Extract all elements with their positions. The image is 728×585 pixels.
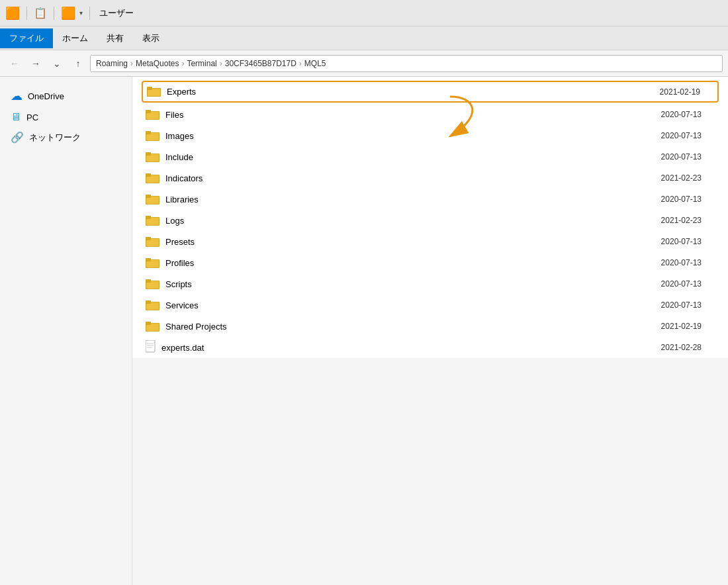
file-row-files[interactable]: Files 2020-07-13: [132, 104, 728, 125]
file-name-images: Images: [165, 131, 194, 141]
title-icon-clipboard: 📋: [34, 7, 47, 19]
nav-back-button[interactable]: ←: [5, 54, 24, 73]
file-row-images[interactable]: Images 2020-07-13: [132, 125, 728, 146]
title-icon-folder1: 🟧: [5, 6, 20, 21]
pc-icon: 🖥: [11, 111, 21, 123]
sidebar: ☁ OneDrive 🖥 PC 🔗 ネットワーク: [0, 77, 132, 585]
address-path[interactable]: Roaming › MetaQuotes › Terminal › 30CF34…: [90, 55, 723, 72]
path-segment-terminal: Terminal: [187, 59, 216, 68]
file-date-experts: 2021-02-19: [660, 87, 713, 97]
folder-icon-experts: [147, 85, 161, 99]
file-date-scripts: 2020-07-13: [661, 279, 715, 289]
sidebar-label-network: ネットワーク: [29, 132, 81, 144]
path-segment-roaming: Roaming: [96, 59, 128, 68]
file-name-experts-dat: experts.dat: [161, 343, 204, 353]
file-date-presets: 2020-07-13: [661, 237, 715, 246]
sidebar-item-network[interactable]: 🔗 ネットワーク: [0, 127, 132, 148]
file-row-experts[interactable]: Experts 2021-02-19: [142, 81, 719, 103]
menu-share[interactable]: 共有: [97, 28, 133, 48]
folder-icon-logs: [146, 214, 160, 228]
menu-home[interactable]: ホーム: [53, 28, 97, 48]
window-title: ユーザー: [99, 7, 134, 19]
svg-rect-5: [146, 110, 151, 113]
title-divider2: [54, 7, 54, 20]
svg-rect-14: [146, 173, 151, 177]
content-area: Experts 2021-02-19 Fi: [132, 77, 728, 358]
folder-icon-images: [146, 129, 160, 143]
svg-rect-29: [146, 279, 151, 283]
folder-icon-services: [146, 298, 160, 312]
folder-icon-libraries: [146, 193, 160, 206]
file-name-indicators: Indicators: [165, 173, 203, 183]
file-row-profiles[interactable]: Profiles 2020-07-13: [132, 252, 728, 273]
title-bar: 🟧 📋 🟧 ▾ ユーザー: [0, 0, 728, 26]
file-row-services[interactable]: Services 2020-07-13: [132, 294, 728, 316]
sidebar-item-onedrive[interactable]: ☁ OneDrive: [0, 85, 132, 107]
file-name-logs: Logs: [165, 216, 184, 226]
file-list: Experts 2021-02-19 Fi: [132, 81, 728, 358]
file-name-profiles: Profiles: [165, 258, 194, 268]
file-date-experts-dat: 2021-02-28: [661, 343, 715, 352]
svg-rect-36: [146, 340, 155, 352]
file-name-services: Services: [165, 300, 199, 310]
svg-rect-17: [146, 195, 151, 198]
folder-icon-presets: [146, 235, 160, 249]
file-name-experts: Experts: [167, 87, 196, 97]
title-divider3: [89, 7, 90, 20]
file-date-files: 2020-07-13: [661, 110, 715, 119]
title-dropdown-btn[interactable]: ▾: [79, 9, 83, 17]
file-row-experts-dat[interactable]: experts.dat 2021-02-28: [132, 337, 728, 358]
file-date-logs: 2021-02-23: [661, 216, 715, 225]
file-name-presets: Presets: [165, 237, 195, 247]
folder-icon-scripts: [146, 277, 160, 291]
folder-icon-profiles: [146, 256, 160, 270]
file-date-indicators: 2021-02-23: [661, 173, 715, 183]
folder-icon-include: [146, 150, 160, 164]
address-bar: ← → ⌄ ↑ Roaming › MetaQuotes › Terminal …: [0, 50, 728, 77]
file-name-libraries: Libraries: [165, 195, 199, 204]
menu-file[interactable]: ファイル: [0, 28, 53, 48]
menu-view[interactable]: 表示: [133, 28, 169, 48]
file-date-images: 2020-07-13: [661, 131, 715, 140]
file-date-profiles: 2020-07-13: [661, 258, 715, 267]
sidebar-label-onedrive: OneDrive: [28, 91, 64, 101]
svg-rect-11: [146, 152, 151, 156]
path-segment-hash: 30CF3465B87D17D: [225, 59, 296, 68]
file-name-files: Files: [165, 110, 183, 120]
file-name-shared-projects: Shared Projects: [165, 322, 227, 332]
file-name-include: Include: [165, 152, 193, 162]
sidebar-item-pc[interactable]: 🖥 PC: [0, 107, 132, 127]
svg-rect-23: [146, 237, 151, 240]
doc-icon-experts-dat: [146, 340, 156, 355]
menu-bar: ファイル ホーム 共有 表示: [0, 26, 728, 50]
svg-rect-2: [147, 87, 152, 90]
svg-rect-26: [146, 258, 151, 261]
file-row-scripts[interactable]: Scripts 2020-07-13: [132, 273, 728, 294]
file-name-scripts: Scripts: [165, 279, 192, 289]
nav-forward-button[interactable]: →: [26, 54, 45, 73]
file-date-shared-projects: 2021-02-19: [661, 322, 715, 331]
nav-up-button[interactable]: ↑: [69, 54, 87, 73]
nav-dropdown-button[interactable]: ⌄: [48, 54, 66, 73]
title-divider1: [26, 7, 27, 20]
svg-rect-32: [146, 300, 151, 304]
file-date-include: 2020-07-13: [661, 152, 715, 161]
file-row-presets[interactable]: Presets 2020-07-13: [132, 231, 728, 252]
sidebar-label-pc: PC: [26, 112, 38, 122]
file-row-libraries[interactable]: Libraries 2020-07-13: [132, 189, 728, 210]
folder-icon-files: [146, 108, 160, 122]
folder-icon-shared-projects: [146, 320, 160, 334]
file-row-include[interactable]: Include 2020-07-13: [132, 146, 728, 167]
file-row-logs[interactable]: Logs 2021-02-23: [132, 210, 728, 231]
onedrive-icon: ☁: [11, 89, 23, 103]
file-row-indicators[interactable]: Indicators 2021-02-23: [132, 167, 728, 189]
svg-rect-8: [146, 131, 151, 134]
file-date-services: 2020-07-13: [661, 300, 715, 310]
main-layout: ☁ OneDrive 🖥 PC 🔗 ネットワーク: [0, 77, 728, 585]
svg-rect-35: [146, 322, 151, 325]
network-icon: 🔗: [11, 131, 24, 144]
title-icon-folder2: 🟧: [61, 6, 75, 21]
svg-rect-20: [146, 216, 151, 219]
file-row-shared-projects[interactable]: Shared Projects 2021-02-19: [132, 316, 728, 337]
folder-icon-indicators: [146, 171, 160, 185]
